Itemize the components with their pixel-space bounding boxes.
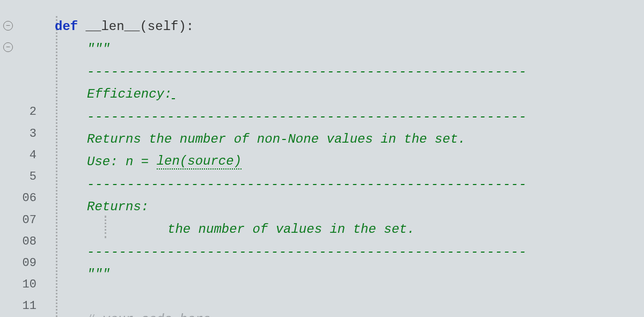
line-number-gutter: 2 3 4 5 06 07 08 09 10 11 — [16, 0, 39, 317]
code-line[interactable]: ----------------------------------------… — [55, 60, 644, 83]
line-number: 07 — [16, 209, 39, 231]
code-content[interactable]: def __len__(self): """ -----------------… — [39, 0, 644, 317]
fold-icon[interactable]: − — [0, 36, 16, 58]
code-line[interactable]: Returns: — [55, 195, 644, 218]
line-number — [16, 80, 39, 101]
fold-gutter: − − — [0, 0, 16, 317]
docstring-text: the number of values in the set. — [167, 222, 415, 237]
docstring-text: Returns: — [87, 200, 149, 214]
keyword-def: def — [55, 19, 86, 34]
docstring-text: Use: n = — [87, 154, 157, 169]
code-editor[interactable]: − − 2 3 4 5 06 07 08 09 10 11 def __len_… — [0, 0, 644, 317]
docstring-separator: ----------------------------------------… — [87, 245, 527, 259]
docstring-separator: ----------------------------------------… — [87, 177, 527, 191]
line-number: 09 — [16, 252, 39, 274]
fold-icon[interactable]: − — [0, 15, 16, 36]
code-line[interactable]: ----------------------------------------… — [55, 173, 644, 195]
code-line[interactable]: Use: n = len(source) — [55, 150, 644, 173]
docstring-separator: ----------------------------------------… — [87, 109, 527, 124]
code-line[interactable] — [55, 285, 644, 308]
line-number: 5 — [16, 166, 39, 188]
function-name: __len__ — [86, 19, 140, 34]
code-line[interactable]: Returns the number of non-None values in… — [55, 128, 644, 150]
indent-guide — [105, 216, 106, 238]
code-line[interactable]: Efficiency: — [55, 83, 644, 105]
line-number: 11 — [16, 296, 39, 317]
code-line[interactable]: # your code here — [55, 308, 644, 317]
line-number — [16, 58, 39, 79]
line-number: 3 — [16, 123, 39, 144]
line-number: 06 — [16, 188, 39, 209]
docstring-separator: ----------------------------------------… — [87, 64, 527, 79]
line-number — [16, 36, 39, 58]
docstring-close: """ — [87, 267, 110, 282]
code-line[interactable]: ----------------------------------------… — [55, 105, 644, 128]
code-line[interactable]: ----------------------------------------… — [55, 240, 644, 263]
line-number: 10 — [16, 274, 39, 296]
docstring-link: len(source) — [157, 154, 241, 169]
line-number: 4 — [16, 144, 39, 166]
docstring-open: """ — [87, 42, 110, 56]
line-number: 08 — [16, 231, 39, 252]
comment-text: # your code here — [87, 312, 210, 318]
code-line[interactable]: the number of values in the set. — [55, 218, 644, 240]
docstring-text: Returns the number of non-None values in… — [87, 132, 466, 146]
code-line[interactable]: """ — [55, 263, 644, 285]
function-params: (self): — [140, 19, 194, 34]
code-line[interactable]: """ — [55, 38, 644, 60]
line-number — [16, 15, 39, 36]
code-line[interactable]: def __len__(self): — [55, 15, 644, 38]
line-number: 2 — [16, 101, 39, 123]
docstring-text: Efficiency: — [87, 87, 172, 101]
cursor-icon — [172, 89, 175, 99]
